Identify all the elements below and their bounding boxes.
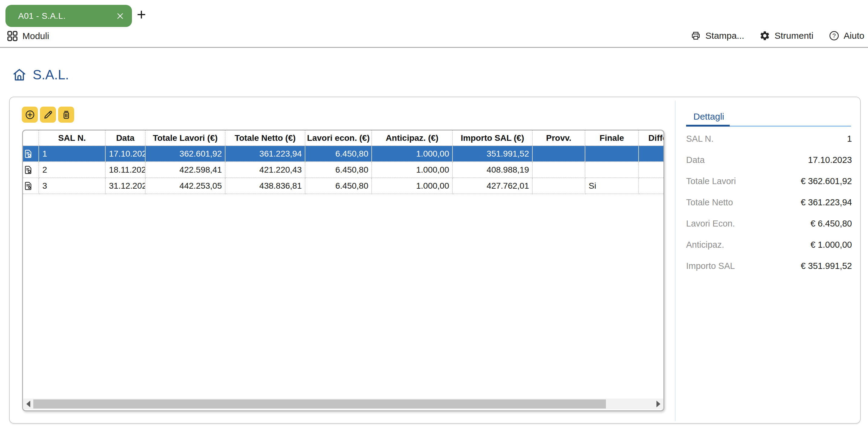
cell-importo-sal: 427.762,01 (453, 178, 532, 194)
page-title: S.A.L. (33, 67, 69, 82)
cell-totale-netto: 361.223,94 (225, 146, 305, 162)
detail-row-totale-netto: Totale Netto € 361.223,94 (686, 197, 852, 219)
detail-row-sal-n: SAL N. 1 (686, 134, 852, 155)
detail-value: € 351.991,52 (801, 261, 852, 271)
cell-provv (532, 146, 585, 162)
delete-button[interactable] (58, 107, 74, 123)
plus-circle-icon (25, 109, 35, 120)
cell-totale-lavori: 422.598,41 (145, 162, 225, 178)
gear-icon (760, 30, 770, 41)
col-header-differenza[interactable]: Differenza (639, 131, 664, 146)
pencil-icon (43, 109, 54, 120)
detail-label: SAL N. (686, 134, 714, 144)
detail-row-totale-lavori: Totale Lavori € 362.601,92 (686, 176, 852, 197)
menu-moduli-label: Moduli (22, 31, 49, 41)
cell-importo-sal: 408.988,19 (453, 162, 532, 178)
col-header-icon[interactable] (23, 131, 39, 146)
details-fields: SAL N. 1 Data 17.10.2023 Totale Lavori €… (686, 134, 852, 282)
detail-label: Data (686, 155, 705, 165)
cell-lavori-econ: 6.450,80 (305, 162, 372, 178)
tab-label: A01 - S.A.L. (18, 11, 66, 21)
cell-finale: Si (585, 178, 639, 194)
col-header-totale-netto[interactable]: Totale Netto (€) (225, 131, 305, 146)
svg-text:?: ? (832, 32, 836, 39)
cell-differenza (639, 162, 664, 178)
new-tab-button[interactable]: + (137, 7, 146, 22)
add-button[interactable] (22, 107, 38, 123)
table-row[interactable]: 1 17.10.2023 362.601,92 361.223,94 6.450… (23, 146, 664, 162)
home-icon[interactable] (12, 67, 27, 82)
menu-strumenti[interactable]: Strumenti (760, 30, 813, 41)
detail-value: € 1.000,00 (810, 240, 852, 250)
detail-value: 1 (847, 134, 852, 144)
table-row[interactable]: 3 31.12.2023 442.253,05 438.836,81 6.450… (23, 178, 664, 194)
detail-value: € 362.601,92 (801, 176, 852, 186)
detail-row-importo-sal: Importo SAL € 351.991,52 (686, 261, 852, 282)
grid-icon (7, 30, 18, 42)
detail-value: € 6.450,80 (810, 219, 852, 229)
scroll-right-arrow-icon[interactable] (653, 399, 663, 409)
detail-label: Totale Lavori (686, 176, 736, 186)
cell-lavori-econ: 6.450,80 (305, 178, 372, 194)
cell-importo-sal: 351.991,52 (453, 146, 532, 162)
cell-totale-lavori: 362.601,92 (145, 146, 225, 162)
cell-provv (532, 162, 585, 178)
col-header-lavori-econ[interactable]: Lavori econ. (€) (305, 131, 372, 146)
menu-stampa-label: Stampa... (706, 31, 744, 41)
col-header-provv[interactable]: Provv. (532, 131, 585, 146)
dettagli-active-underline (686, 125, 730, 126)
menu-strumenti-label: Strumenti (774, 31, 813, 41)
menu-moduli[interactable]: Moduli (7, 30, 49, 42)
menu-aiuto-label: Aiuto (844, 31, 864, 41)
cell-anticipaz: 1.000,00 (372, 146, 453, 162)
close-icon[interactable] (116, 12, 124, 20)
col-header-importo-sal[interactable]: Importo SAL (€) (453, 131, 532, 146)
cell-data: 17.10.2023 (105, 146, 145, 162)
scroll-left-arrow-icon[interactable] (23, 399, 33, 409)
detail-label: Lavori Econ. (686, 219, 735, 229)
tab-a01-sal[interactable]: A01 - S.A.L. (5, 5, 132, 27)
trash-icon (61, 109, 72, 120)
cell-finale (585, 162, 639, 178)
table-header-row: SAL N. Data Totale Lavori (€) Totale Net… (23, 131, 664, 146)
document-seal-icon (23, 165, 38, 175)
cell-totale-lavori: 442.253,05 (145, 178, 225, 194)
document-seal-icon (23, 149, 38, 159)
menu-aiuto[interactable]: ? Aiuto (829, 30, 864, 41)
edit-button[interactable] (40, 107, 56, 123)
printer-icon (690, 30, 701, 41)
cell-data: 18.11.2023 (105, 162, 145, 178)
col-header-data[interactable]: Data (105, 131, 145, 146)
help-icon: ? (829, 30, 840, 41)
col-header-totale-lavori[interactable]: Totale Lavori (€) (145, 131, 225, 146)
tab-dettagli[interactable]: Dettagli (693, 111, 724, 122)
col-header-sal-n[interactable]: SAL N. (39, 131, 105, 146)
menu-stampa[interactable]: Stampa... (690, 30, 744, 41)
cell-differenza (639, 178, 664, 194)
detail-label: Importo SAL (686, 261, 735, 271)
cell-provv (532, 178, 585, 194)
details-divider (675, 101, 676, 421)
table-row[interactable]: 2 18.11.2023 422.598,41 421.220,43 6.450… (23, 162, 664, 178)
horizontal-scrollbar[interactable] (23, 399, 663, 409)
detail-label: Totale Netto (686, 197, 733, 207)
cell-sal-n: 3 (39, 178, 105, 194)
detail-value: 17.10.2023 (808, 155, 852, 165)
menubar-divider (0, 47, 868, 48)
cell-sal-n: 2 (39, 162, 105, 178)
col-header-anticipaz[interactable]: Anticipaz. (€) (372, 131, 453, 146)
cell-finale (585, 146, 639, 162)
detail-row-anticipaz: Anticipaz. € 1.000,00 (686, 240, 852, 261)
cell-totale-netto: 438.836,81 (225, 178, 305, 194)
cell-data: 31.12.2023 (105, 178, 145, 194)
cell-anticipaz: 1.000,00 (372, 178, 453, 194)
cell-totale-netto: 421.220,43 (225, 162, 305, 178)
col-header-finale[interactable]: Finale (585, 131, 639, 146)
dettagli-underline-track (730, 126, 851, 126)
cell-sal-n: 1 (39, 146, 105, 162)
document-dot-icon (23, 181, 38, 191)
detail-label: Anticipaz. (686, 240, 724, 250)
scrollbar-thumb[interactable] (33, 399, 606, 408)
detail-row-lavori-econ: Lavori Econ. € 6.450,80 (686, 219, 852, 240)
cell-lavori-econ: 6.450,80 (305, 146, 372, 162)
